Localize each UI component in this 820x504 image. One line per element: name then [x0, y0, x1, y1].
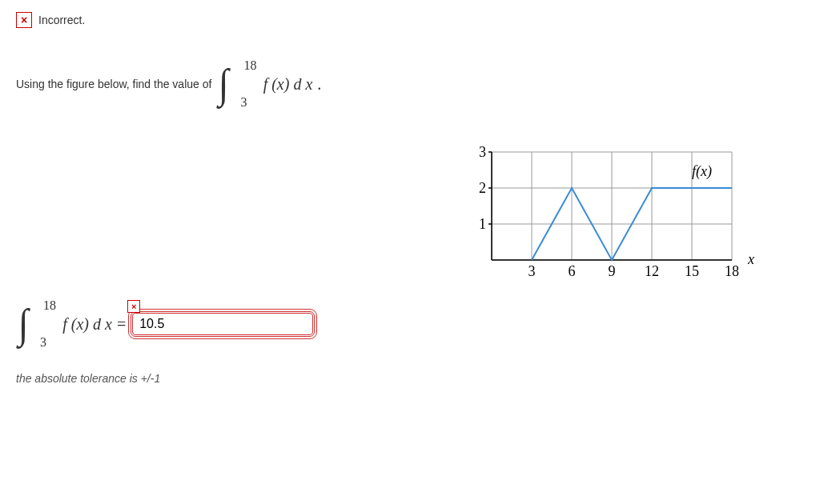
x-tick-18: 18 [725, 263, 739, 279]
integrand: f (x) d x [263, 75, 313, 94]
tolerance-note: the absolute tolerance is +/-1 [16, 372, 804, 385]
integral-expression: ∫ 18 3 f (x) d x [216, 60, 312, 108]
incorrect-icon: × [16, 12, 32, 28]
function-label: f(x) [692, 163, 712, 180]
y-tick-1: 1 [479, 216, 486, 232]
integral-upper-limit: 18 [243, 58, 256, 73]
answer-integral-upper: 18 [43, 298, 56, 313]
y-tick-2: 2 [479, 180, 486, 196]
integral-symbol-icon: ∫ [217, 71, 230, 96]
status-label: Incorrect. [38, 14, 85, 26]
answer-row: ∫ 18 3 f (x) d x = × [16, 300, 804, 348]
answer-integral-lower: 3 [40, 335, 46, 350]
status-row: × Incorrect. [16, 12, 804, 28]
figure-graph: 1 2 3 3 6 9 12 15 18 f(x) x [452, 132, 756, 284]
equals-sign: = [117, 315, 126, 334]
answer-integral-expression: ∫ 18 3 f (x) d x [16, 300, 112, 348]
x-tick-3: 3 [529, 263, 536, 279]
y-tick-3: 3 [479, 144, 486, 160]
prompt-lead: Using the figure below, find the value o… [16, 78, 211, 90]
incorrect-mark-icon: × [127, 300, 140, 313]
x-tick-9: 9 [609, 263, 616, 279]
integral-lower-limit: 3 [240, 95, 247, 110]
x-tick-15: 15 [685, 263, 699, 279]
integral-symbol-icon: ∫ [17, 311, 30, 336]
answer-input[interactable] [131, 311, 315, 337]
answer-integrand: f (x) d x [62, 315, 112, 334]
x-axis-label: x [747, 251, 754, 267]
question-prompt: Using the figure below, find the value o… [16, 60, 804, 108]
x-tick-6: 6 [569, 263, 576, 279]
prompt-trail: . [317, 75, 321, 94]
x-tick-12: 12 [645, 263, 659, 279]
